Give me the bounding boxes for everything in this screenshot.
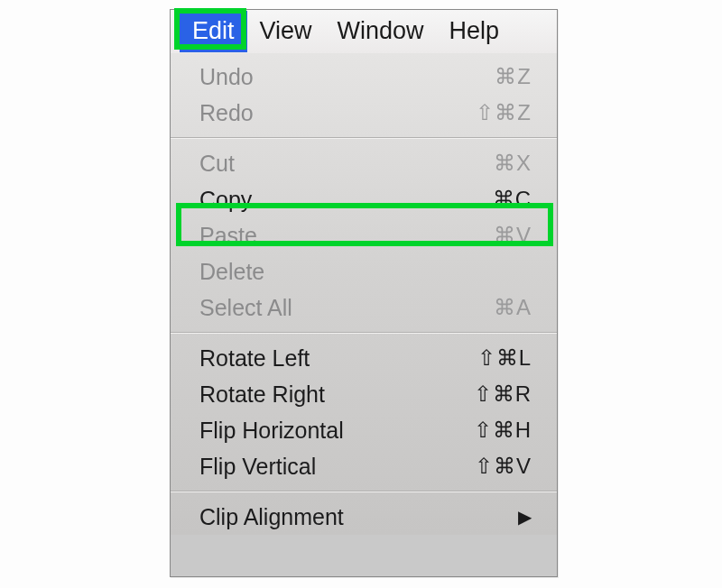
separator-1 (171, 137, 557, 139)
menu-redo[interactable]: Redo ⇧⌘Z (171, 95, 557, 131)
menu-select-all[interactable]: Select All ⌘A (171, 289, 557, 326)
menu-rotate-left[interactable]: Rotate Left ⇧⌘L (171, 340, 557, 376)
menu-cut-shortcut: ⌘X (494, 151, 532, 176)
menu-copy[interactable]: Copy ⌘C (171, 181, 557, 217)
menu-delete[interactable]: Delete (171, 253, 557, 289)
menu-rotate-right-label: Rotate Right (199, 381, 325, 408)
menubar-view[interactable]: View (247, 11, 325, 52)
menubar-window[interactable]: Window (325, 11, 437, 52)
menu-redo-label: Redo (199, 100, 254, 126)
menu-flip-horizontal-shortcut: ⇧⌘H (474, 418, 532, 443)
menu-rotate-right-shortcut: ⇧⌘R (474, 381, 532, 407)
menu-clip-alignment[interactable]: Clip Alignment ▶ (171, 499, 557, 535)
menu-rotate-left-shortcut: ⇧⌘L (477, 345, 532, 371)
menubar-help[interactable]: Help (437, 11, 513, 52)
menu-cut[interactable]: Cut ⌘X (171, 145, 557, 181)
menu-flip-vertical-label: Flip Vertical (199, 454, 316, 480)
menu-delete-label: Delete (199, 259, 264, 285)
menu-paste-label: Paste (199, 223, 257, 249)
menu-paste-shortcut: ⌘V (494, 223, 532, 248)
menu-flip-vertical[interactable]: Flip Vertical ⇧⌘V (171, 448, 557, 484)
menubar-edit[interactable]: Edit (180, 11, 247, 52)
menu-clip-alignment-label: Clip Alignment (199, 504, 344, 530)
menu-flip-vertical-shortcut: ⇧⌘V (475, 454, 532, 479)
menubar: Edit View Window Help (171, 10, 557, 53)
separator-3 (171, 491, 557, 492)
submenu-arrow-icon: ▶ (518, 506, 532, 528)
menu-cut-label: Cut (199, 151, 235, 177)
menu-undo-label: Undo (199, 64, 254, 90)
menu-flip-horizontal-label: Flip Horizontal (199, 418, 344, 444)
separator-2 (171, 332, 557, 334)
edit-dropdown: Undo ⌘Z Redo ⇧⌘Z Cut ⌘X Copy ⌘C Paste ⌘V… (171, 53, 557, 535)
menu-redo-shortcut: ⇧⌘Z (476, 100, 532, 125)
menu-rotate-right[interactable]: Rotate Right ⇧⌘R (171, 376, 557, 412)
menu-select-all-label: Select All (199, 295, 292, 321)
menu-select-all-shortcut: ⌘A (494, 295, 532, 320)
menu-copy-shortcut: ⌘C (493, 187, 532, 212)
menu-paste[interactable]: Paste ⌘V (171, 217, 557, 253)
menu-copy-label: Copy (199, 187, 252, 213)
menu-flip-horizontal[interactable]: Flip Horizontal ⇧⌘H (171, 412, 557, 448)
menu-rotate-left-label: Rotate Left (199, 345, 310, 372)
menu-undo[interactable]: Undo ⌘Z (171, 59, 557, 95)
menu-undo-shortcut: ⌘Z (495, 64, 532, 89)
menu-frame: Edit View Window Help Undo ⌘Z Redo ⇧⌘Z C… (170, 9, 558, 577)
